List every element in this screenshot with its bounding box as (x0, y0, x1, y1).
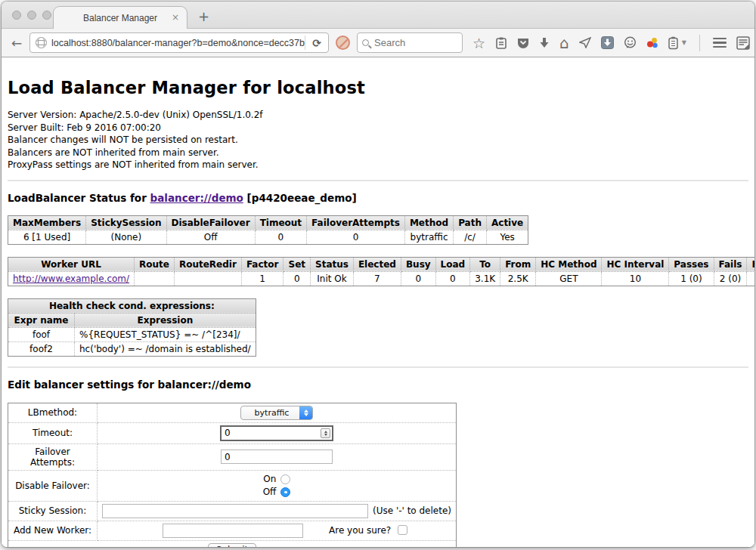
col-maxmembers: MaxMembers (8, 215, 86, 230)
sticky-session-hint: (Use '-' to delete) (373, 505, 453, 516)
col-failoverattempts: FailoverAttempts (307, 215, 405, 230)
chevron-down-icon[interactable]: ▼ (682, 39, 686, 46)
col-load: Load (435, 257, 470, 271)
timeout-row: Timeout: (8, 422, 457, 443)
timeout-input[interactable] (220, 425, 333, 441)
failover-attempts-row: Failover Attempts: (8, 443, 457, 470)
sticky-session-row: Sticky Session: (Use '-' to delete) (8, 501, 457, 521)
server-built-line: Server Built: Feb 9 2016 07:00:20 (8, 122, 748, 134)
reload-icon[interactable]: ⟳ (305, 37, 328, 49)
col-passes: Passes (669, 257, 714, 271)
lbmethod-selected-value: bytraffic (241, 408, 300, 418)
failover-attempts-label: Failover Attempts: (8, 443, 98, 470)
send-tab-icon[interactable] (579, 37, 591, 48)
balancer-status-table: MaxMembers StickySession DisableFailover… (8, 215, 528, 245)
disable-failover-row: Disable Failover: On Off (8, 470, 457, 501)
back-icon[interactable]: ← (9, 36, 24, 51)
minimize-window-button[interactable] (27, 11, 36, 20)
col-set: Set (284, 257, 311, 271)
new-tab-button[interactable]: + (198, 10, 209, 23)
timeout-label: Timeout: (8, 422, 98, 443)
health-title-row: Health check cond. expressions: (8, 298, 256, 313)
are-you-sure-checkbox[interactable] (398, 525, 407, 535)
tab-close-icon[interactable]: × (172, 13, 179, 22)
bookmark-star-icon[interactable]: ☆ (472, 36, 485, 50)
server-version-line: Server Version: Apache/2.5.0-dev (Unix) … (8, 109, 748, 122)
cell-expression: hc('body') =~ /domain is established/ (75, 341, 256, 356)
tab-balancer-manager[interactable]: Balancer Manager × (53, 6, 187, 29)
cell-hc-uri (747, 271, 754, 286)
site-identity-globe-icon[interactable] (36, 37, 47, 48)
col-active: Active (486, 215, 528, 230)
browser-window: Balancer Manager × + ← localhost:8880/ba… (2, 2, 754, 547)
balancer-demo-link[interactable]: balancer://demo (150, 192, 243, 204)
cell-stickysession: (None) (86, 230, 166, 244)
inherit-note-line: Balancers are NOT inherited from main se… (8, 147, 748, 159)
url-bar[interactable]: localhost:8880/balancer-manager?b=demo&n… (29, 32, 329, 53)
balancer-settings-form: LBmethod: bytraffic Timeout: (8, 403, 457, 547)
content-blocked-icon[interactable] (336, 36, 350, 50)
balancer-status-row: 6 [1 Used] (None) Off 0 0 bytraffic /c/ … (8, 230, 528, 244)
cell-fails: 2 (0) (714, 271, 747, 286)
cell-maxmembers: 6 [1 Used] (8, 230, 86, 244)
server-info: Server Version: Apache/2.5.0-dev (Unix) … (8, 109, 748, 171)
cell-route (135, 271, 175, 286)
col-worker-url: Worker URL (8, 257, 135, 271)
color-dots-extension-icon[interactable] (646, 37, 658, 49)
sticky-session-input[interactable] (102, 504, 368, 518)
worker-table: Worker URL Route RouteRedir Factor Set S… (8, 257, 754, 286)
cell-passes: 1 (0) (669, 271, 714, 286)
lbmethod-row: LBmethod: bytraffic (8, 403, 457, 422)
disable-failover-off-radio[interactable] (280, 487, 290, 497)
failover-attempts-input[interactable] (221, 450, 333, 464)
col-from: From (500, 257, 536, 271)
add-worker-input[interactable] (163, 524, 303, 538)
cell-status: Init Ok (311, 271, 354, 286)
col-to: To (470, 257, 500, 271)
submit-row: Submit (8, 540, 457, 547)
are-you-sure-text: Are you sure? (329, 525, 391, 536)
off-radio-label: Off (263, 487, 277, 497)
status-heading-suffix: [p4420eeae_demo] (243, 192, 357, 204)
cell-disablefailover: Off (166, 230, 255, 244)
col-status: Status (311, 257, 354, 271)
status-heading: LoadBalancer Status for balancer://demo … (8, 192, 748, 204)
persist-note-line: Balancer changes will NOT be persisted o… (8, 134, 748, 147)
bookmarks-menu-icon[interactable] (495, 36, 507, 50)
url-text[interactable]: localhost:8880/balancer-manager?b=demo&n… (51, 38, 305, 48)
container-extension-icon[interactable] (668, 36, 678, 50)
cell-load: 0 (435, 271, 470, 286)
navigation-toolbar: ← localhost:8880/balancer-manager?b=demo… (2, 29, 754, 57)
cell-set: 0 (284, 271, 311, 286)
notes-grid-icon[interactable] (736, 36, 750, 50)
toolbar-divider (699, 35, 700, 51)
cell-busy: 0 (401, 271, 435, 286)
downloads-icon[interactable] (539, 37, 550, 49)
submit-button[interactable]: Submit (208, 543, 257, 547)
search-bar[interactable] (357, 32, 463, 53)
home-icon[interactable]: ⌂ (559, 36, 569, 50)
lbmethod-label: LBmethod: (8, 403, 98, 422)
col-expression: Expression (75, 313, 256, 327)
add-worker-label: Add New Worker: (8, 521, 98, 540)
proxypass-note-line: ProxyPass settings are NOT inherited fro… (8, 159, 748, 171)
cell-hc-interval: 10 (602, 271, 669, 286)
zoom-window-button[interactable] (42, 11, 51, 20)
pocket-icon[interactable] (517, 37, 529, 49)
col-busy: Busy (401, 257, 435, 271)
search-input[interactable] (369, 37, 462, 48)
close-window-button[interactable] (12, 11, 21, 20)
lbmethod-select[interactable]: bytraffic (240, 406, 314, 420)
health-check-table: Health check cond. expressions: Expr nam… (8, 298, 256, 357)
col-stickysession: StickySession (86, 215, 166, 230)
sticky-session-label: Sticky Session: (8, 501, 98, 521)
video-download-helper-icon[interactable] (601, 36, 614, 49)
page-content: Load Balancer Manager for localhost Serv… (2, 57, 754, 547)
worker-url-link[interactable]: http://www.example.com/ (13, 273, 129, 284)
disable-failover-on-radio[interactable] (280, 474, 290, 484)
number-spinner-icon[interactable] (321, 428, 330, 438)
chat-smiley-icon[interactable] (624, 36, 637, 49)
add-worker-row: Add New Worker: Are you sure? (8, 521, 457, 540)
col-elected: Elected (353, 257, 401, 271)
menu-icon[interactable] (713, 38, 727, 48)
